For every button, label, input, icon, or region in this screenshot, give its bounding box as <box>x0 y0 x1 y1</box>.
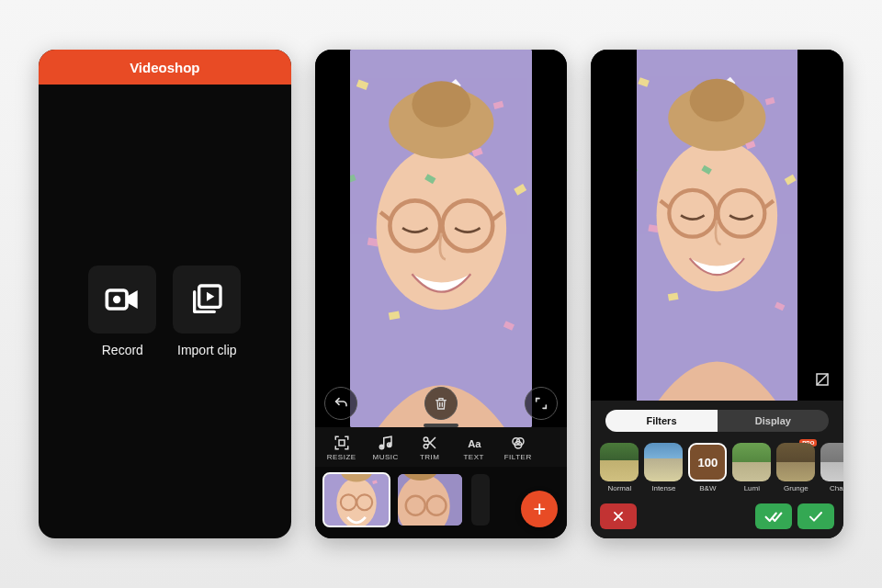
filter-lumi[interactable]: Lumi <box>732 443 771 492</box>
delete-button[interactable] <box>424 387 458 420</box>
tab-filters[interactable]: Filters <box>605 410 717 432</box>
scissors-icon <box>422 435 438 451</box>
screen-editor: RESIZE MUSIC TRIM Aa TEXT FILTER <box>315 50 568 538</box>
tool-text[interactable]: Aa TEXT <box>453 431 495 465</box>
start-body: Record Import clip <box>39 85 291 538</box>
resize-icon <box>334 435 350 451</box>
record-label: Record <box>102 343 143 357</box>
svg-point-57 <box>690 79 744 122</box>
fullscreen-button[interactable] <box>525 387 558 420</box>
cancel-button[interactable] <box>600 503 637 529</box>
filter-label: Normal <box>607 484 631 492</box>
music-icon <box>378 435 394 451</box>
expand-icon <box>534 396 548 411</box>
apply-button[interactable] <box>797 503 834 529</box>
filter-thumb: 100 <box>688 443 727 481</box>
svg-point-22 <box>380 445 384 448</box>
filter-label: Intense <box>651 484 675 492</box>
record-option: Record <box>88 266 156 357</box>
tool-resize-label: RESIZE <box>327 453 356 461</box>
filter-label: B&W <box>699 484 716 492</box>
aspect-button[interactable] <box>810 368 834 391</box>
tool-trim-label: TRIM <box>420 453 440 461</box>
filter-preview[interactable] <box>591 50 843 401</box>
filter-panel: Filters Display Normal Intense 100 B&W L… <box>591 401 843 538</box>
screen-filters: Filters Display Normal Intense 100 B&W L… <box>591 50 843 538</box>
svg-rect-21 <box>339 440 345 446</box>
check-icon <box>808 510 823 523</box>
close-icon <box>612 510 625 523</box>
filter-label: Chapli <box>830 484 843 492</box>
filter-chaplin[interactable]: PRO Chapli <box>820 443 843 492</box>
tool-strip: RESIZE MUSIC TRIM Aa TEXT FILTER <box>315 427 568 467</box>
plus-icon: + <box>533 496 546 522</box>
trash-icon <box>434 396 448 411</box>
tool-resize[interactable]: RESIZE <box>321 431 363 465</box>
undo-button[interactable] <box>324 387 357 420</box>
filter-label: Lumi <box>744 484 760 492</box>
record-button[interactable] <box>88 266 156 334</box>
undo-icon <box>334 396 348 411</box>
tool-filter[interactable]: FILTER <box>497 431 539 465</box>
filter-list[interactable]: Normal Intense 100 B&W Lumi PRO Grunge P… <box>591 439 843 498</box>
filter-intense[interactable]: Intense <box>644 443 683 492</box>
apply-all-button[interactable] <box>755 503 792 529</box>
add-clip-button[interactable]: + <box>521 491 558 527</box>
aspect-icon <box>814 371 831 388</box>
timeline: + <box>315 467 568 538</box>
filter-icon <box>510 435 526 451</box>
app-title: Videoshop <box>130 60 199 75</box>
filter-thumb <box>776 443 815 481</box>
preview-control-bar <box>324 387 559 420</box>
svg-point-1 <box>113 296 120 303</box>
tool-music[interactable]: MUSIC <box>365 431 407 465</box>
tool-filter-label: FILTER <box>504 453 532 461</box>
editor-preview[interactable] <box>315 50 568 427</box>
timeline-clip[interactable] <box>324 474 389 526</box>
tool-trim[interactable]: TRIM <box>409 431 451 465</box>
timeline-clip[interactable] <box>398 474 462 526</box>
filter-normal[interactable]: Normal <box>600 443 639 492</box>
filter-bw[interactable]: 100 B&W <box>688 443 727 492</box>
filter-tabs: Filters Display <box>591 401 843 439</box>
tool-music-label: MUSIC <box>373 453 399 461</box>
filter-thumb <box>820 443 843 481</box>
confirm-group <box>755 503 834 529</box>
preview-image <box>637 50 797 401</box>
timeline-clip[interactable] <box>471 474 490 526</box>
app-header: Videoshop <box>39 50 291 85</box>
filter-thumb <box>644 443 683 481</box>
check-double-icon <box>764 510 783 523</box>
camera-icon <box>104 281 141 318</box>
import-button[interactable] <box>173 266 241 334</box>
screen-start: Videoshop Record Import clip <box>39 50 291 538</box>
import-clip-icon <box>188 281 225 318</box>
filter-thumb <box>600 443 639 481</box>
svg-point-16 <box>412 81 470 127</box>
preview-image <box>350 50 533 427</box>
text-icon: Aa <box>466 435 482 451</box>
filter-actions <box>591 498 843 538</box>
svg-point-23 <box>388 444 391 447</box>
import-label: Import clip <box>177 343 237 357</box>
import-option: Import clip <box>173 266 241 357</box>
tool-text-label: TEXT <box>463 453 483 461</box>
filter-grunge[interactable]: PRO Grunge <box>776 443 815 492</box>
filter-thumb <box>732 443 771 481</box>
svg-text:Aa: Aa <box>468 438 481 449</box>
drag-handle[interactable] <box>424 424 458 427</box>
tab-display[interactable]: Display <box>718 410 829 432</box>
filter-label: Grunge <box>784 484 808 492</box>
